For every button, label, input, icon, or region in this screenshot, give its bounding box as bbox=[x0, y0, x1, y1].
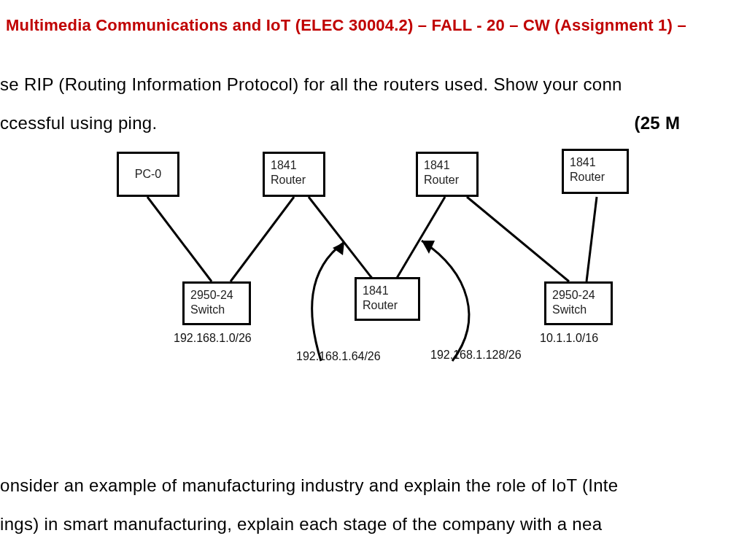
node-router-tr-l1: 1841 bbox=[570, 155, 621, 170]
page-root: Multimedia Communications and IoT (ELEC … bbox=[0, 0, 747, 560]
subnet-b: 192.168.1.64/26 bbox=[296, 350, 381, 363]
link-routerTL-routerBM bbox=[309, 197, 376, 283]
node-router-tl-l1: 1841 bbox=[271, 158, 317, 173]
node-router-tm-l2: Router bbox=[424, 173, 471, 187]
node-router-top-right: 1841 Router bbox=[562, 149, 629, 194]
arrow-2-head bbox=[422, 241, 435, 254]
node-router-bm-l1: 1841 bbox=[363, 284, 412, 298]
node-router-bm-l2: Router bbox=[363, 298, 412, 313]
arrow-1-head bbox=[333, 242, 344, 255]
node-router-bottom-middle: 1841 Router bbox=[355, 277, 420, 321]
arrow-2-curve bbox=[422, 241, 469, 361]
node-router-tl-l2: Router bbox=[271, 173, 317, 187]
link-routerTL-switchL bbox=[231, 197, 294, 281]
q1-line2-text: ccessful using ping. bbox=[0, 113, 157, 133]
node-switch-right-l2: Switch bbox=[552, 303, 605, 317]
link-routerTM-routerBM bbox=[394, 197, 445, 283]
node-switch-right-l1: 2950-24 bbox=[552, 288, 605, 303]
node-router-top-left: 1841 Router bbox=[263, 152, 325, 197]
page-title: Multimedia Communications and IoT (ELEC … bbox=[6, 16, 747, 35]
question-paragraph-2: onsider an example of manufacturing indu… bbox=[0, 467, 747, 544]
node-pc0-label: PC-0 bbox=[135, 167, 161, 182]
q2-line2: ings) in smart manufacturing, explain ea… bbox=[0, 505, 747, 544]
network-diagram: PC-0 1841 Router 1841 Router 1841 Router… bbox=[88, 146, 678, 408]
link-pc0-switchL bbox=[147, 197, 212, 281]
node-switch-left: 2950-24 Switch bbox=[182, 281, 251, 325]
link-routerTR-switchR bbox=[587, 197, 597, 281]
q1-marks: (25 M bbox=[634, 113, 680, 133]
node-pc0: PC-0 bbox=[117, 152, 179, 197]
node-switch-left-l2: Switch bbox=[190, 303, 243, 317]
subnet-d: 10.1.1.0/16 bbox=[540, 332, 598, 345]
node-router-tm-l1: 1841 bbox=[424, 158, 471, 173]
q1-line2: ccessful using ping. (25 M bbox=[0, 104, 747, 143]
question-paragraph-1: se RIP (Routing Information Protocol) fo… bbox=[0, 66, 747, 143]
node-router-top-middle: 1841 Router bbox=[416, 152, 479, 197]
node-switch-left-l1: 2950-24 bbox=[190, 288, 243, 303]
q1-line1: se RIP (Routing Information Protocol) fo… bbox=[0, 66, 747, 104]
subnet-c: 192.168.1.128/26 bbox=[430, 349, 522, 362]
arrow-1-curve bbox=[312, 242, 344, 361]
node-switch-right: 2950-24 Switch bbox=[544, 281, 613, 325]
node-router-tr-l2: Router bbox=[570, 170, 621, 184]
subnet-a: 192.168.1.0/26 bbox=[174, 332, 252, 345]
q2-line1: onsider an example of manufacturing indu… bbox=[0, 467, 747, 505]
link-routerTM-switchR bbox=[467, 197, 569, 281]
